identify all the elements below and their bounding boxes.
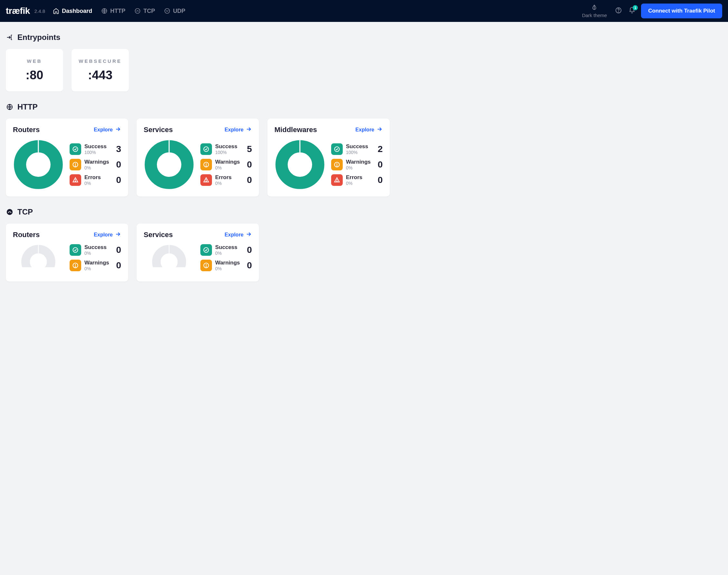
logo: træfik xyxy=(6,6,30,16)
check-circle-icon xyxy=(200,244,212,256)
explore-label: Explore xyxy=(94,232,113,238)
globe-icon xyxy=(6,103,13,111)
tcp-services-card: Services Explore Success0% 0 xyxy=(137,224,259,281)
stat-count: 0 xyxy=(115,160,121,170)
stat-warnings: Warnings0% 0 xyxy=(200,159,252,170)
nav-dashboard[interactable]: Dashboard xyxy=(53,8,92,14)
svg-point-22 xyxy=(337,166,337,166)
stat-warnings: Warnings0% 0 xyxy=(70,260,121,271)
svg-point-36 xyxy=(206,266,206,267)
help-icon xyxy=(615,7,622,15)
section-entrypoints-label: Entrypoints xyxy=(18,33,60,42)
donut-chart xyxy=(13,244,64,280)
alert-circle-icon xyxy=(331,159,343,170)
theme-toggle[interactable]: Dark theme xyxy=(582,4,607,18)
card-title: Middlewares xyxy=(274,126,317,134)
entrypoint-port: :443 xyxy=(88,68,112,82)
nav-dashboard-label: Dashboard xyxy=(62,8,92,14)
stat-count: 2 xyxy=(376,144,383,154)
http-services-card: Services Explore Success100% 5 xyxy=(137,119,259,197)
check-circle-icon xyxy=(70,143,81,155)
version-label: 2.4.8 xyxy=(34,8,45,14)
arrow-right-icon xyxy=(245,126,252,134)
svg-point-4 xyxy=(619,11,619,12)
stat-count: 0 xyxy=(245,175,252,185)
section-http-label: HTTP xyxy=(18,102,38,111)
stat-success: Success0% 0 xyxy=(70,244,121,256)
stat-count: 0 xyxy=(115,245,121,255)
explore-link[interactable]: Explore xyxy=(224,126,252,134)
stat-errors: Errors0% 0 xyxy=(200,174,252,186)
explore-label: Explore xyxy=(224,232,244,238)
alert-circle-icon xyxy=(70,159,81,170)
svg-point-30 xyxy=(75,266,76,267)
connect-pilot-button[interactable]: Connect with Traefik Pilot xyxy=(641,4,722,19)
entrypoint-card-websecure[interactable]: WEBSECURE :443 xyxy=(71,49,129,92)
tcp-cards: Routers Explore Success0% 0 xyxy=(6,224,722,281)
notifications-button[interactable]: 1 xyxy=(627,6,636,15)
entrypoint-name: WEB xyxy=(27,58,42,64)
card-title: Routers xyxy=(13,126,40,134)
stat-success: Success100% 5 xyxy=(200,143,252,155)
svg-point-17 xyxy=(206,181,206,182)
globe-icon xyxy=(101,8,108,14)
svg-point-10 xyxy=(75,166,76,166)
section-tcp-label: TCP xyxy=(18,207,33,216)
explore-label: Explore xyxy=(355,127,374,133)
svg-point-11 xyxy=(75,181,76,182)
nav-http-label: HTTP xyxy=(110,8,125,14)
nav-tcp[interactable]: TCP xyxy=(134,8,155,14)
card-title: Services xyxy=(144,126,173,134)
donut-chart xyxy=(144,139,195,190)
donut-chart xyxy=(144,244,195,280)
nav-http[interactable]: HTTP xyxy=(101,8,125,14)
entrypoint-name: WEBSECURE xyxy=(79,58,122,64)
alert-triangle-icon xyxy=(70,174,81,186)
entrypoint-card-web[interactable]: WEB :80 xyxy=(6,49,63,92)
theme-label: Dark theme xyxy=(582,12,607,18)
explore-link[interactable]: Explore xyxy=(94,231,121,239)
donut-chart xyxy=(274,139,325,190)
tcp-icon xyxy=(134,8,141,14)
stat-success: Success0% 0 xyxy=(200,244,252,256)
tcp-routers-card: Routers Explore Success0% 0 xyxy=(6,224,128,281)
stat-success: Success100% 2 xyxy=(331,143,383,155)
notifications-badge: 1 xyxy=(633,5,638,10)
udp-icon xyxy=(164,8,170,14)
home-icon xyxy=(53,8,59,14)
arrow-right-icon xyxy=(245,231,252,239)
explore-link[interactable]: Explore xyxy=(224,231,252,239)
alert-triangle-icon xyxy=(200,174,212,186)
stat-count: 0 xyxy=(245,260,252,271)
alert-circle-icon xyxy=(200,260,212,271)
entrypoints-row: WEB :80 WEBSECURE :443 xyxy=(6,49,722,92)
section-entrypoints-title: Entrypoints xyxy=(6,33,722,42)
alert-circle-icon xyxy=(70,260,81,271)
http-cards: Routers Explore Success100% 3 xyxy=(6,119,722,197)
tcp-icon xyxy=(6,208,13,216)
header: træfik 2.4.8 Dashboard HTTP TCP UDP xyxy=(0,0,728,22)
alert-triangle-icon xyxy=(331,174,343,186)
stat-count: 0 xyxy=(376,175,383,185)
section-tcp-title: TCP xyxy=(6,207,722,216)
stat-count: 3 xyxy=(115,144,121,154)
stat-count: 5 xyxy=(245,144,252,154)
explore-link[interactable]: Explore xyxy=(94,126,121,134)
entrypoints-icon xyxy=(6,34,13,41)
check-circle-icon xyxy=(200,143,212,155)
stat-count: 0 xyxy=(115,175,121,185)
stat-warnings: Warnings0% 0 xyxy=(331,159,383,170)
arrow-right-icon xyxy=(115,231,121,239)
arrow-right-icon xyxy=(115,126,121,134)
help-button[interactable] xyxy=(614,6,623,15)
explore-label: Explore xyxy=(224,127,244,133)
main: Entrypoints WEB :80 WEBSECURE :443 HTTP … xyxy=(0,22,728,295)
section-http-title: HTTP xyxy=(6,102,722,111)
card-title: Routers xyxy=(13,231,40,239)
droplet-icon xyxy=(591,4,597,11)
nav-udp[interactable]: UDP xyxy=(164,8,185,14)
explore-link[interactable]: Explore xyxy=(355,126,383,134)
stat-count: 0 xyxy=(245,245,252,255)
http-middlewares-card: Middlewares Explore Success100% 2 xyxy=(267,119,390,197)
stat-count: 0 xyxy=(245,160,252,170)
